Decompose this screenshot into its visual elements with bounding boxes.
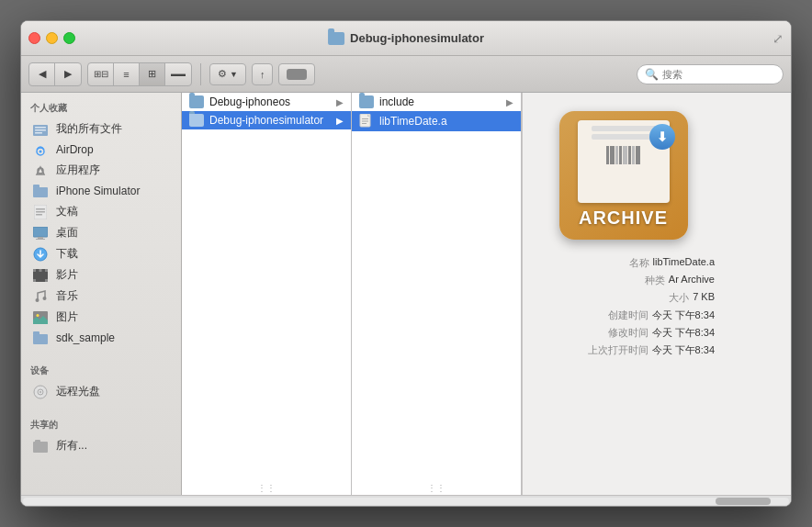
sidebar-label-photos: 图片	[56, 309, 78, 325]
applications-icon	[32, 163, 49, 178]
scrollbar-thumb[interactable]	[716, 498, 771, 505]
documents-icon	[32, 205, 49, 219]
created-label: 创建时间	[608, 308, 648, 322]
created-value: 今天 下午8:34	[652, 308, 715, 322]
info-row-created: 创建时间 今天 下午8:34	[532, 307, 715, 324]
scrollbar[interactable]	[21, 495, 791, 506]
coverflow-view-button[interactable]: ▬▬	[165, 63, 191, 85]
svg-rect-39	[362, 123, 367, 124]
close-button[interactable]	[28, 32, 40, 44]
size-label: 大小	[669, 291, 689, 305]
svg-rect-8	[33, 185, 39, 188]
svg-rect-14	[38, 237, 43, 239]
sidebar-label-movies: 影片	[56, 267, 78, 283]
modified-label: 修改时间	[608, 326, 648, 340]
column-1: Debug-iphoneos ▶ Debug-iphonesimulator ▶…	[182, 93, 352, 495]
col2-resize[interactable]: ⋮⋮	[427, 483, 445, 493]
svg-rect-10	[36, 208, 45, 210]
tag-icon	[287, 69, 307, 80]
sidebar-label-airdrop: AirDrop	[56, 143, 94, 156]
remote-disk-icon	[32, 385, 49, 399]
column-2: include ▶ libTimeDate.a ⋮⋮	[352, 93, 522, 495]
info-row-modified: 修改时间 今天 下午8:34	[532, 324, 715, 342]
sidebar-section-devices: 设备	[21, 355, 181, 381]
sidebar-item-iphone-sim[interactable]: iPhone Simulator	[23, 181, 179, 201]
sidebar-item-airdrop[interactable]: AirDrop	[23, 140, 179, 160]
svg-rect-1	[35, 127, 46, 129]
sidebar-label-applications: 应用程序	[56, 163, 100, 178]
svg-rect-21	[33, 279, 36, 282]
maximize-button[interactable]	[63, 32, 75, 44]
bar-2	[610, 146, 615, 164]
svg-rect-20	[45, 269, 48, 272]
search-input[interactable]	[662, 69, 775, 80]
sidebar-item-movies[interactable]: 影片	[23, 264, 179, 286]
svg-rect-37	[362, 118, 368, 119]
main-area: 个人收藏 我的所有文件 AirDrop 应用程序	[21, 93, 791, 495]
sidebar-item-music[interactable]: 音乐	[23, 286, 179, 307]
sidebar-item-remote-disk[interactable]: 远程光盘	[23, 381, 179, 402]
sidebar-item-all-files[interactable]: 我的所有文件	[23, 118, 179, 140]
bar-8	[636, 146, 640, 164]
svg-rect-15	[36, 239, 45, 240]
view-buttons: ⊞⊟ ≡ ⊞ ▬▬	[87, 62, 192, 86]
column-item-libtimedate[interactable]: libTimeDate.a	[352, 111, 521, 131]
nav-buttons: ◀ ▶	[28, 62, 82, 86]
sdk-sample-icon	[32, 331, 49, 345]
sidebar-item-downloads[interactable]: 下载	[23, 243, 179, 264]
paper-line-2	[592, 134, 656, 140]
share-button[interactable]: ↑	[252, 63, 274, 85]
back-button[interactable]: ◀	[29, 63, 55, 85]
chevron-right-icon-selected: ▶	[336, 116, 344, 126]
column-item-include[interactable]: include ▶	[352, 93, 521, 111]
icon-view-button[interactable]: ⊞⊟	[88, 63, 114, 85]
airdrop-icon	[32, 142, 49, 157]
titlebar: Debug-iphonesimulator ⤢	[21, 21, 791, 56]
tag-button[interactable]	[278, 63, 315, 85]
folder-icon-iphoneos	[189, 95, 204, 108]
toolbar: ◀ ▶ ⊞⊟ ≡ ⊞ ▬▬ ⚙ ▼ ↑ 🔍	[21, 56, 791, 93]
list-view-button[interactable]: ≡	[114, 63, 140, 85]
svg-rect-13	[33, 227, 48, 237]
sidebar-label-music: 音乐	[56, 288, 78, 304]
paper-line-1	[592, 126, 656, 131]
column-view-button[interactable]: ⊞	[140, 63, 165, 85]
photos-icon	[32, 310, 49, 325]
name-label: 名称	[629, 256, 649, 270]
sidebar-item-photos[interactable]: 图片	[23, 307, 179, 328]
arrange-button[interactable]: ⚙ ▼	[209, 63, 246, 85]
bar-3	[615, 146, 618, 164]
folder-icon-iphonesimulator	[189, 114, 204, 127]
svg-point-23	[36, 298, 39, 302]
chevron-right-icon: ▶	[336, 97, 344, 107]
resize-icon[interactable]: ⤢	[773, 31, 784, 46]
sidebar-label-desktop: 桌面	[56, 225, 78, 241]
col1-resize[interactable]: ⋮⋮	[257, 483, 276, 493]
name-value: libTimeDate.a	[653, 256, 715, 270]
svg-rect-12	[36, 214, 42, 216]
svg-rect-22	[45, 279, 48, 282]
preview-pane: ⬇ ARCHIVE 名称 libTimeDate.a 种类 Ar Archive…	[522, 93, 724, 495]
type-label: 种类	[645, 274, 665, 287]
svg-rect-3	[35, 132, 42, 134]
svg-rect-2	[35, 129, 46, 131]
column-item-debug-iphoneos[interactable]: Debug-iphoneos ▶	[182, 93, 351, 111]
sidebar-item-documents[interactable]: 文稿	[23, 201, 179, 222]
downloads-icon	[32, 247, 49, 262]
minimize-button[interactable]	[46, 32, 58, 44]
sidebar-item-all-shared[interactable]: 所有...	[23, 435, 179, 456]
sidebar: 个人收藏 我的所有文件 AirDrop 应用程序	[21, 93, 182, 495]
forward-button[interactable]: ▶	[55, 63, 81, 85]
modified-value: 今天 下午8:34	[652, 326, 715, 340]
svg-rect-19	[39, 269, 42, 272]
columns-wrapper: Debug-iphoneos ▶ Debug-iphonesimulator ▶…	[182, 93, 791, 495]
sidebar-item-applications[interactable]: 应用程序	[23, 160, 179, 181]
sidebar-section-shared: 共享的	[21, 409, 181, 435]
column-item-debug-iphonesimulator[interactable]: Debug-iphonesimulator ▶	[182, 111, 351, 129]
file-info: 名称 libTimeDate.a 种类 Ar Archive 大小 7 KB 创…	[532, 254, 715, 359]
info-row-type: 种类 Ar Archive	[532, 272, 715, 289]
sidebar-item-sdk-sample[interactable]: sdk_sample	[23, 328, 179, 348]
traffic-lights	[28, 32, 75, 44]
sidebar-item-desktop[interactable]: 桌面	[23, 222, 179, 243]
svg-rect-27	[33, 334, 48, 344]
